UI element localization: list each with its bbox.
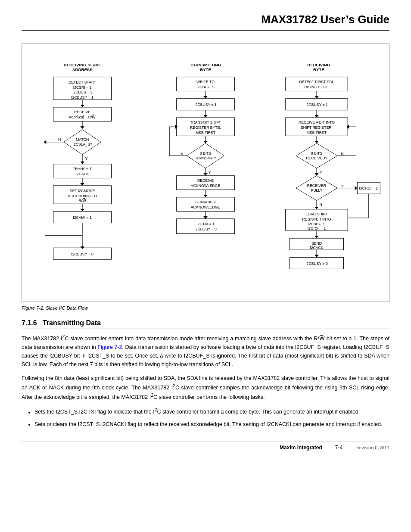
svg-text:RECEIVED?: RECEIVED? [306, 156, 327, 160]
section-number: 7.1.6 [22, 319, 37, 327]
svg-text:8 BITS: 8 BITS [200, 151, 212, 156]
svg-text:Y: Y [341, 184, 344, 188]
svg-marker-86 [203, 216, 208, 219]
svg-text:I2CBUSY = 0: I2CBUSY = 0 [305, 261, 328, 266]
svg-text:I2CBUSY = 1: I2CBUSY = 1 [194, 103, 217, 107]
svg-text:I2CTXI = 1: I2CTXI = 1 [196, 222, 215, 226]
footer-revision: Revision 0; 8/11 [355, 445, 389, 450]
svg-text:SEND: SEND [311, 241, 322, 246]
figure-link[interactable]: Figure 7-2 [97, 344, 122, 350]
svg-text:N: N [58, 137, 61, 142]
bullet-list: Sets the I2CST_S.I2CTXI flag to indicate… [34, 407, 389, 428]
svg-text:TRANSMIT: TRANSMIT [73, 167, 92, 171]
svg-marker-65 [203, 141, 208, 143]
svg-text:I2CBUSY = 1: I2CBUSY = 1 [305, 103, 328, 107]
svg-text:Y: Y [209, 170, 211, 174]
svg-text:I2CAMI = 1: I2CAMI = 1 [73, 215, 92, 220]
svg-text:DETECT START: DETECT START [68, 80, 97, 84]
svg-text:REGISTER BYTE,: REGISTER BYTE, [190, 125, 221, 130]
svg-text:WRITE TO: WRITE TO [196, 80, 215, 84]
svg-text:RECEIVING SLAVE: RECEIVING SLAVE [64, 62, 101, 67]
svg-marker-115 [314, 173, 319, 176]
svg-text:I2CROI = 1: I2CROI = 1 [359, 187, 378, 191]
svg-marker-140 [314, 236, 319, 238]
svg-text:FULL?: FULL? [311, 188, 322, 193]
diagram-box: RECEIVING SLAVE ADDRESS TRANSMITTING BYT… [22, 44, 389, 302]
svg-text:8 BITS: 8 BITS [311, 151, 323, 156]
svg-marker-16 [80, 105, 84, 107]
section-title: Transmitting Data [43, 319, 101, 327]
svg-text:I2CRXI = 1: I2CRXI = 1 [308, 226, 326, 230]
svg-marker-41 [80, 209, 84, 212]
svg-text:ADDRESS: ADDRESS [72, 67, 93, 72]
svg-marker-76 [203, 173, 208, 176]
page: MAX31782 User’s Guide RECEIVING SLAVE AD… [0, 0, 411, 468]
page-title: MAX31782 User’s Guide [261, 13, 389, 26]
svg-text:BYTE: BYTE [313, 67, 324, 72]
svg-text:I2CBUSY = 1: I2CBUSY = 1 [71, 95, 93, 100]
body-paragraph-2: Following the 8th data (least significan… [22, 374, 389, 401]
footer-page: 7-4 [335, 445, 342, 451]
svg-text:I2CBUSY = 0: I2CBUSY = 0 [71, 252, 93, 256]
svg-text:MSB FIRST: MSB FIRST [196, 131, 216, 135]
svg-text:Addr[6:0] + R/W̅: Addr[6:0] + R/W̅ [69, 115, 96, 119]
svg-marker-126 [314, 207, 319, 209]
page-header: MAX31782 User’s Guide [22, 13, 389, 31]
svg-marker-21 [80, 126, 84, 129]
svg-marker-145 [314, 255, 319, 258]
svg-text:I2CBUS = 1: I2CBUS = 1 [72, 90, 92, 94]
svg-text:RECEIVER: RECEIVER [307, 184, 326, 188]
flowchart-svg: RECEIVING SLAVE ADDRESS TRANSMITTING BYT… [28, 53, 383, 294]
svg-text:N: N [341, 152, 344, 156]
svg-text:ACKNOWLEDGE: ACKNOWLEDGE [191, 205, 221, 209]
page-footer: Maxim Integrated 7-4 Revision 0; 8/11 [22, 442, 389, 451]
svg-text:I2CACK: I2CACK [75, 172, 89, 176]
svg-text:REGISTER INTO: REGISTER INTO [302, 217, 331, 221]
svg-text:I2CBUF_S: I2CBUF_S [308, 222, 326, 226]
svg-marker-121 [355, 186, 358, 190]
svg-text:Y: Y [85, 156, 88, 161]
svg-text:R/W̅: R/W̅ [78, 198, 86, 203]
svg-text:I2CSLA_S?: I2CSLA_S? [73, 142, 92, 146]
svg-text:Y: Y [320, 170, 322, 174]
svg-marker-35 [80, 183, 84, 186]
svg-text:I2CBUF_S: I2CBUF_S [196, 85, 215, 89]
svg-text:ACKNOWLEDGE: ACKNOWLEDGE [191, 184, 221, 188]
svg-text:MATCH: MATCH [76, 137, 89, 142]
svg-marker-55 [203, 96, 208, 99]
svg-text:RECEIVE: RECEIVE [197, 178, 214, 183]
footer-brand: Maxim Integrated [280, 445, 322, 451]
svg-text:I2CBUSY = 0: I2CBUSY = 0 [194, 227, 217, 231]
svg-text:SHIFT REGISTER,: SHIFT REGISTER, [301, 125, 333, 130]
svg-text:TRANSMIT SHIFT: TRANSMIT SHIFT [190, 120, 221, 124]
bullet-item-1: Sets the I2CST_S.I2CTXI flag to indicate… [34, 407, 389, 416]
svg-text:MSB FIRST: MSB FIRST [307, 131, 327, 135]
svg-marker-104 [314, 141, 319, 143]
svg-text:ACCORDING TO: ACCORDING TO [68, 194, 97, 198]
section-heading: 7.1.6 Transmitting Data [22, 319, 389, 329]
svg-marker-30 [80, 162, 84, 164]
svg-text:SET I2CMODE: SET I2CMODE [70, 189, 95, 193]
svg-text:DETECT FIRST SCL: DETECT FIRST SCL [299, 80, 334, 84]
svg-marker-59 [203, 115, 208, 118]
svg-text:I2CACK: I2CACK [310, 246, 323, 250]
svg-marker-94 [314, 96, 319, 99]
svg-text:BYTE: BYTE [200, 67, 211, 72]
svg-text:RECEIVE: RECEIVE [74, 110, 90, 114]
figure-caption: Figure 7-2. Slave I²C Data Flow [22, 305, 389, 311]
bullet-item-2: Sets or clears the I2CST_S.I2CNACKI flag… [34, 420, 389, 429]
svg-text:I2CNACKI =: I2CNACKI = [195, 200, 215, 204]
svg-text:LOAD SHIFT: LOAD SHIFT [305, 212, 328, 216]
svg-marker-98 [314, 115, 319, 118]
svg-text:TRANSMIT?: TRANSMIT? [195, 156, 216, 160]
svg-marker-81 [203, 195, 208, 197]
svg-text:I2CSRI = 1: I2CSRI = 1 [73, 85, 92, 90]
svg-text:N: N [319, 202, 322, 207]
body-paragraph-1: The MAX31782 I2C slave controller enters… [22, 333, 389, 369]
svg-text:RISING EDGE: RISING EDGE [305, 85, 329, 89]
svg-text:RECEIVE A BIT INTO: RECEIVE A BIT INTO [299, 120, 335, 124]
svg-text:N: N [181, 152, 183, 156]
svg-text:TRANSMITTING: TRANSMITTING [190, 62, 221, 67]
svg-text:RECEIVING: RECEIVING [307, 62, 330, 67]
